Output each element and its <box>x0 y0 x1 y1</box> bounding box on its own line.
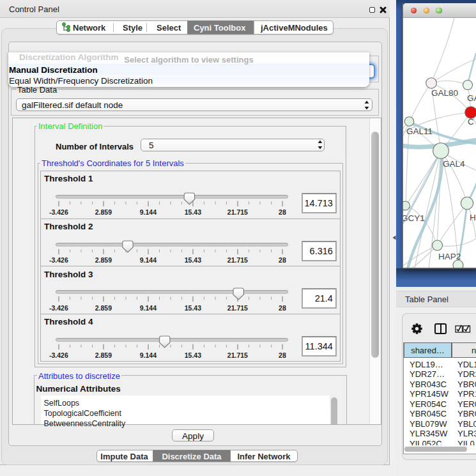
svg-text:GA: GA <box>467 93 476 103</box>
svg-text:GAL11: GAL11 <box>406 127 433 136</box>
svg-text:C: C <box>468 117 474 127</box>
svg-text:GAL80: GAL80 <box>431 88 458 98</box>
svg-text:GAL4: GAL4 <box>443 159 465 169</box>
svg-text:GCY1: GCY1 <box>403 213 425 223</box>
svg-text:H: H <box>470 213 476 222</box>
svg-text:HAP2: HAP2 <box>438 252 461 261</box>
